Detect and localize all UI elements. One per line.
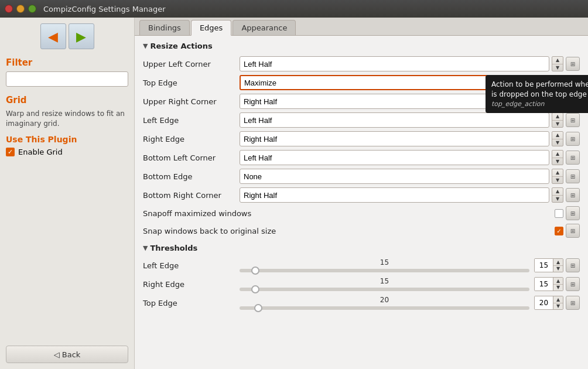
bottom-right-corner-spinner[interactable]: ▲ ▼ — [552, 187, 563, 203]
snapoff-action-btn[interactable]: ⊞ — [566, 206, 580, 220]
spinner-up-icon[interactable]: ▲ — [552, 132, 563, 139]
maximize-button[interactable] — [28, 5, 36, 13]
left-edge-slider[interactable] — [240, 269, 529, 272]
spinner-up-icon[interactable]: ▲ — [552, 57, 563, 64]
bottom-edge-spinner[interactable]: ▲ ▼ — [552, 169, 563, 184]
spinner-down-icon[interactable]: ▼ — [552, 64, 563, 71]
spinbox-down-icon[interactable]: ▼ — [553, 285, 563, 291]
bottom-right-corner-label: Bottom Right Corner — [143, 191, 240, 200]
top-edge-slider-val: 20 — [240, 296, 529, 304]
close-button[interactable] — [5, 5, 13, 13]
bottom-left-corner-row: Bottom Left Corner Left Half Right Half … — [143, 150, 580, 165]
arrow-left-icon: ◀ — [48, 29, 58, 44]
bottom-right-corner-row: Bottom Right Corner Right Half Left Half… — [143, 187, 580, 203]
left-edge-controls: Left Half Right Half Maximize None ▲ ▼ ⊞ — [240, 112, 580, 128]
left-edge-threshold-label: Left Edge — [143, 261, 240, 270]
bottom-left-corner-select[interactable]: Left Half Right Half Maximize None — [240, 150, 549, 165]
filter-label: Filter — [6, 57, 128, 68]
resize-actions-header: ▼ Resize Actions — [143, 42, 580, 50]
spinbox-up-icon[interactable]: ▲ — [553, 278, 563, 285]
right-edge-threshold-row: Right Edge 15 15 — [143, 277, 580, 291]
tooltip-line1: Action to be performed when window — [491, 80, 588, 90]
upper-left-corner-spinner[interactable]: ▲ ▼ — [552, 56, 563, 71]
left-edge-threshold-action-btn[interactable]: ⊞ — [566, 258, 580, 272]
right-edge-action-btn[interactable]: ⊞ — [566, 132, 580, 146]
tab-edges[interactable]: Edges — [191, 20, 232, 36]
tab-appearance[interactable]: Appearance — [233, 20, 296, 35]
left-edge-slider-area: 15 — [240, 258, 529, 272]
bottom-edge-action-btn[interactable]: ⊞ — [566, 169, 580, 183]
enable-grid-row: ✓ Enable Grid — [6, 148, 128, 156]
right-edge-spinner[interactable]: ▲ ▼ — [552, 131, 563, 146]
top-edge-slider-area: 20 — [240, 296, 529, 310]
top-edge-spinbox-val: 20 — [535, 296, 553, 309]
spinbox-up-icon[interactable]: ▲ — [553, 296, 563, 303]
spinner-up-icon[interactable]: ▲ — [552, 188, 563, 196]
left-edge-spinbox[interactable]: 15 ▲ ▼ — [534, 258, 563, 272]
upper-left-corner-label: Upper Left Corner — [143, 60, 240, 69]
filter-input[interactable] — [6, 71, 128, 87]
snapoff-label: Snapoff maximized windows — [143, 209, 555, 218]
top-edge-slider[interactable] — [240, 306, 529, 310]
spinner-up-icon[interactable]: ▲ — [552, 113, 563, 121]
left-edge-threshold-row: Left Edge 15 15 — [143, 258, 580, 272]
thresholds-label: Thresholds — [150, 244, 197, 252]
bottom-right-corner-select[interactable]: Right Half Left Half Maximize None — [240, 187, 549, 203]
enable-grid-label: Enable Grid — [18, 148, 63, 156]
spinner-down-icon[interactable]: ▼ — [552, 196, 563, 203]
spinner-down-icon[interactable]: ▼ — [552, 139, 563, 146]
snapback-checkbox[interactable]: ✓ — [555, 227, 563, 235]
right-edge-spinbox[interactable]: 15 ▲ ▼ — [534, 277, 563, 291]
right-edge-threshold-action-btn[interactable]: ⊞ — [566, 277, 580, 291]
right-edge-threshold-block: Right Edge 15 15 — [143, 277, 580, 291]
left-edge-spinbox-arrows: ▲ ▼ — [553, 259, 563, 272]
right-edge-slider[interactable] — [240, 288, 529, 291]
thresholds-triangle-icon: ▼ — [143, 244, 148, 252]
upper-left-corner-select[interactable]: Left Half Right Half Maximize None — [240, 56, 549, 71]
snapoff-checkbox[interactable] — [555, 209, 563, 218]
top-edge-slider-row — [240, 306, 529, 310]
right-edge-label: Right Edge — [143, 135, 240, 144]
right-edge-spinbox-arrows: ▲ ▼ — [553, 278, 563, 291]
spinner-down-icon[interactable]: ▼ — [552, 177, 563, 184]
grid-section-title: Grid — [6, 95, 128, 105]
snapback-label: Snap windows back to original size — [143, 227, 555, 235]
spinner-down-icon[interactable]: ▼ — [552, 158, 563, 165]
top-edge-spinbox[interactable]: 20 ▲ ▼ — [534, 296, 563, 310]
use-plugin-label: Use This Plugin — [6, 135, 128, 144]
spinbox-down-icon[interactable]: ▼ — [553, 266, 563, 272]
tooltip-code: top_edge_action — [491, 100, 588, 108]
titlebar: CompizConfig Settings Manager — [0, 0, 588, 18]
right-edge-select[interactable]: Right Half Left Half Maximize None — [240, 131, 549, 146]
top-edge-threshold-action-btn[interactable]: ⊞ — [566, 296, 580, 310]
upper-left-corner-action-btn[interactable]: ⊞ — [566, 57, 580, 71]
tooltip-line2: is dropped on the top edge — [491, 90, 588, 100]
sidebar: ◀ ▶ Filter Grid Warp and resize windows … — [0, 18, 135, 369]
right-panel: Bindings Edges Appearance ▼ Resize Actio… — [135, 18, 588, 369]
left-edge-select[interactable]: Left Half Right Half Maximize None — [240, 112, 549, 128]
left-edge-spinner[interactable]: ▲ ▼ — [552, 112, 563, 128]
enable-grid-checkbox[interactable]: ✓ — [6, 148, 15, 156]
spinner-down-icon[interactable]: ▼ — [552, 121, 563, 128]
right-edge-controls: Right Half Left Half Maximize None ▲ ▼ ⊞ — [240, 131, 580, 146]
snapback-action-btn[interactable]: ⊞ — [566, 224, 580, 238]
right-edge-slider-val: 15 — [240, 277, 529, 285]
upper-right-corner-label: Upper Right Corner — [143, 97, 240, 106]
spinner-up-icon[interactable]: ▲ — [552, 169, 563, 177]
spinbox-down-icon[interactable]: ▼ — [553, 303, 563, 310]
bottom-left-corner-spinner[interactable]: ▲ ▼ — [552, 150, 563, 165]
bottom-right-corner-action-btn[interactable]: ⊞ — [566, 188, 580, 202]
top-edge-controls: Maximize Left Half Right Half None Actio… — [240, 75, 580, 90]
back-button[interactable]: ◁ Back — [6, 346, 128, 363]
bottom-left-corner-label: Bottom Left Corner — [143, 153, 240, 162]
spinbox-up-icon[interactable]: ▲ — [553, 259, 563, 266]
left-edge-action-btn[interactable]: ⊞ — [566, 113, 580, 127]
logo-right: ▶ — [69, 23, 94, 49]
bottom-edge-select[interactable]: None Left Half Right Half Maximize — [240, 169, 549, 184]
tab-bindings[interactable]: Bindings — [139, 20, 190, 35]
spinner-up-icon[interactable]: ▲ — [552, 151, 563, 158]
minimize-button[interactable] — [16, 5, 25, 13]
bottom-left-corner-action-btn[interactable]: ⊞ — [566, 151, 580, 165]
top-edge-threshold-label: Top Edge — [143, 299, 240, 308]
bottom-right-corner-controls: Right Half Left Half Maximize None ▲ ▼ ⊞ — [240, 187, 580, 203]
